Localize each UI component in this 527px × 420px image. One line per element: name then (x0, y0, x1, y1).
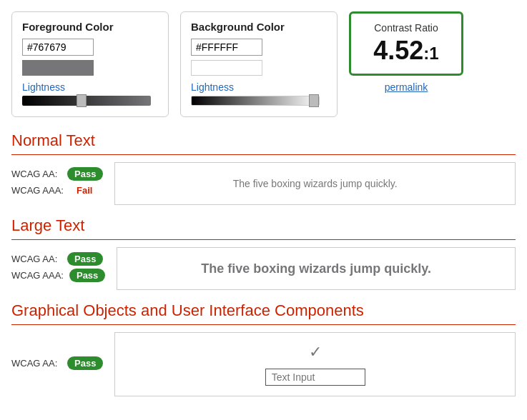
contrast-label: Contrast Ratio (364, 22, 448, 34)
normal-wcag-aaa-badge: Fail (69, 184, 99, 197)
large-text-preview-box: The five boxing wizards jump quickly. (117, 247, 516, 290)
foreground-title: Foreground Color (22, 21, 158, 33)
contrast-number: 4.52 (373, 36, 423, 65)
contrast-area: Contrast Ratio 4.52:1 permalink (349, 11, 463, 93)
checkmark-icon: ✓ (309, 343, 322, 361)
foreground-lightness-slider[interactable] (22, 96, 151, 106)
background-swatch (191, 60, 262, 76)
normal-text-labels: WCAG AA: Pass WCAG AAA: Fail (11, 167, 103, 200)
large-wcag-aaa-badge: Pass (69, 269, 105, 282)
normal-text-title: Normal Text (11, 131, 516, 150)
graphical-divider (11, 324, 516, 325)
normal-wcag-aaa-line: WCAG AAA: Fail (11, 184, 103, 197)
background-title: Background Color (191, 21, 327, 33)
normal-text-section: Normal Text WCAG AA: Pass WCAG AAA: Fail… (11, 131, 516, 205)
foreground-swatch (22, 60, 94, 76)
graphical-row: WCAG AA: Pass ✓ (11, 332, 516, 396)
large-text-title: Large Text (11, 216, 516, 235)
large-wcag-aa-line: WCAG AA: Pass (11, 252, 105, 266)
normal-wcag-aa-label: WCAG AA: (11, 169, 61, 179)
large-wcag-aaa-line: WCAG AAA: Pass (11, 269, 105, 282)
graphical-section: Graphical Objects and User Interface Com… (11, 301, 516, 396)
foreground-color-box: Foreground Color Lightness (11, 11, 169, 117)
normal-wcag-aaa-label: WCAG AAA: (11, 185, 64, 196)
contrast-value: 4.52:1 (364, 36, 448, 65)
normal-text-row: WCAG AA: Pass WCAG AAA: Fail The five bo… (11, 162, 516, 205)
background-lightness-label: Lightness (191, 81, 327, 93)
graphical-wcag-aa-label: WCAG AA: (11, 358, 61, 369)
normal-text-sample: The five boxing wizards jump quickly. (233, 178, 398, 189)
large-text-sample: The five boxing wizards jump quickly. (201, 261, 431, 276)
normal-wcag-aa-badge: Pass (67, 167, 103, 181)
large-wcag-aa-badge: Pass (67, 252, 103, 266)
graphical-wcag-aa-line: WCAG AA: Pass (11, 356, 103, 370)
background-color-input[interactable] (191, 39, 262, 56)
graphical-wcag-aa-badge: Pass (67, 356, 103, 370)
text-input-demo[interactable] (265, 369, 365, 386)
normal-wcag-aa-line: WCAG AA: Pass (11, 167, 103, 181)
large-text-section: Large Text WCAG AA: Pass WCAG AAA: Pass … (11, 216, 516, 290)
large-wcag-aaa-label: WCAG AAA: (11, 270, 64, 281)
foreground-color-input[interactable] (22, 39, 94, 56)
normal-text-preview-box: The five boxing wizards jump quickly. (114, 162, 516, 205)
top-section: Foreground Color Lightness Background Co… (11, 11, 516, 117)
background-lightness-slider[interactable] (191, 96, 320, 106)
large-wcag-aa-label: WCAG AA: (11, 254, 61, 264)
graphical-title: Graphical Objects and User Interface Com… (11, 301, 516, 320)
large-text-labels: WCAG AA: Pass WCAG AAA: Pass (11, 252, 105, 285)
normal-text-divider (11, 154, 516, 155)
large-text-row: WCAG AA: Pass WCAG AAA: Pass The five bo… (11, 247, 516, 290)
graphical-labels: WCAG AA: Pass (11, 356, 103, 373)
graphical-preview-box: ✓ (114, 332, 516, 396)
background-color-box: Background Color Lightness (180, 11, 338, 117)
foreground-lightness-label: Lightness (22, 81, 158, 93)
permalink-link[interactable]: permalink (385, 81, 428, 93)
contrast-suffix: :1 (423, 44, 438, 63)
large-text-divider (11, 239, 516, 240)
contrast-box: Contrast Ratio 4.52:1 (349, 11, 463, 76)
